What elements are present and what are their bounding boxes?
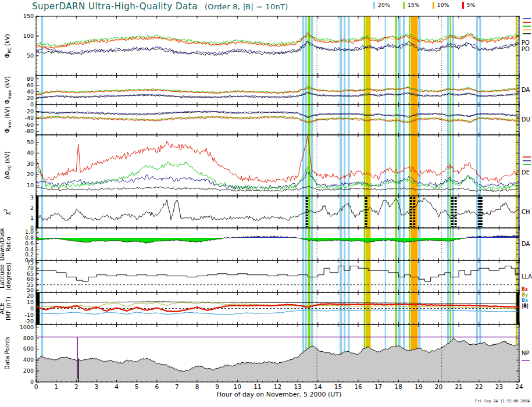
event-band-blue (340, 16, 342, 382)
y-tick-label: -60 (24, 122, 34, 128)
y-tick-label: 2 (30, 205, 34, 211)
y-tick-label: 0 (30, 379, 34, 385)
y-tick-label: 60 (27, 276, 34, 282)
y-tick-label: -80 (24, 128, 34, 134)
y-tick-label: 65 (27, 270, 34, 277)
y-tick-label: 200 (23, 367, 34, 374)
panel-ylabel: χ2 (3, 209, 10, 215)
imf-key-label: By (522, 292, 529, 298)
panel-data-points (36, 337, 519, 382)
legend-label-5pct: 5% (467, 2, 476, 8)
legend-item-5pct: 5% (462, 2, 476, 9)
right-panel-label: DE (522, 169, 530, 176)
legend-item-10pct: 10% (433, 2, 449, 9)
y-tick-label: 0.8 (25, 234, 34, 241)
x-tick-label: 13 (294, 383, 301, 390)
plot-timestamp: Fri Sep 24 11:55:08 2004 (475, 399, 530, 404)
panel-box-chi2 (36, 196, 519, 228)
panel-ylabel: ACE (0, 303, 5, 315)
event-band-gold (366, 16, 371, 382)
panel-ylabel: Φmin (kV) (4, 106, 12, 133)
x-tick-label: 11 (253, 383, 261, 390)
legend-swatch-15pct (403, 2, 405, 9)
event-band-blue (479, 16, 481, 382)
event-band-blue (398, 16, 401, 382)
y-tick-label: 60 (27, 82, 34, 88)
y-tick-label: 400 (23, 356, 34, 363)
ratio-fill-above (36, 235, 519, 238)
y-tick-label: 55 (27, 281, 34, 288)
event-band-orange (411, 16, 418, 382)
page-subtitle: (Order 8, |B| = 10nT) (205, 2, 288, 11)
panel-box-phi-max (36, 76, 519, 105)
y-tick-label: 0 (30, 305, 34, 312)
y-tick-label: -20 (24, 108, 34, 115)
dotted-guides (317, 16, 442, 382)
event-band-blue (403, 16, 405, 382)
event-band-blue (302, 16, 305, 382)
y-tick-label: 75 (27, 259, 34, 266)
right-panel-label: PO (522, 40, 530, 46)
panel-ylabel: Latitude (0, 265, 5, 288)
y-tick-label: 40 (27, 149, 34, 156)
y-tick-label: 0.2 (25, 251, 34, 258)
x-tick-label: 8 (195, 383, 199, 390)
event-band-green (308, 16, 310, 382)
y-tick-label: 70 (27, 265, 34, 271)
panel-box-latitude (36, 260, 519, 292)
y-tick-label: 1 (30, 215, 34, 221)
y-tick-label: 10 (27, 182, 34, 188)
y-tick-label: 20 (27, 95, 34, 101)
panel-ylabel: Ratio (5, 237, 12, 252)
right-panel-label: PO (522, 46, 530, 52)
chart-canvas: 50100150204060800-20-40-60-8010203040500… (0, 0, 532, 407)
x-axis-label: Hour of day on November, 5 2000 (UT) (169, 391, 390, 398)
x-tick-label: 14 (314, 383, 322, 390)
imf-key-label: Bx (522, 298, 529, 303)
x-tick-label: 17 (374, 383, 382, 390)
right-panel-label: LLA (522, 273, 532, 280)
y-tick-label: 0 (30, 101, 34, 108)
y-tick-label: 10 (27, 299, 34, 305)
series-red (36, 136, 519, 183)
y-tick-label: 20 (27, 171, 34, 177)
x-tick-label: 3 (95, 383, 99, 390)
right-panel-label: DU (522, 116, 530, 123)
panel-ylabel: Φmax (kV) (4, 76, 12, 104)
x-tick-label: 18 (395, 383, 402, 390)
panel-ylabel: (degrees) (5, 262, 12, 290)
panel-ylabel: Dawn/Dusk (0, 227, 5, 260)
panel-ace-imf (36, 292, 519, 324)
x-tick-label: 22 (475, 383, 483, 390)
panel-y-labels: ΦPC (kV)Φmax (kV)Φmin (kV)ΔΦPC (kV)χ2Daw… (0, 34, 12, 370)
x-tick-label: 12 (274, 383, 281, 390)
panel-box-dawn-dusk-ratio (36, 228, 519, 260)
panel-box-phi-min (36, 105, 519, 135)
event-band-blue (41, 16, 44, 382)
event-band-blue (447, 16, 449, 382)
event-band-blue (305, 16, 307, 382)
x-tick-label: 6 (155, 383, 159, 390)
x-tick-label: 16 (354, 383, 362, 390)
series-black (36, 186, 519, 191)
panel-box-dphi-pc (36, 135, 519, 196)
legend-swatch-5pct (462, 2, 464, 9)
event-band-blue (385, 16, 386, 382)
event-band-green (450, 16, 451, 382)
y-tick-label: 1.0 (25, 229, 34, 235)
panel-phi-max (36, 86, 519, 98)
panel-latitude (36, 266, 519, 285)
legend-item-15pct: 15% (403, 2, 420, 9)
series-orange (36, 35, 519, 48)
y-tick-label: 0.6 (25, 240, 34, 247)
event-band-blue (419, 16, 421, 382)
panel-phi-min (36, 111, 519, 123)
superdarn-plot-page: 50100150204060800-20-40-60-8010203040500… (0, 0, 532, 407)
event-bands (41, 16, 519, 382)
panel-ylabel: Data Points (4, 337, 10, 370)
event-band-blue (452, 16, 454, 382)
x-tick-label: 24 (515, 383, 523, 390)
event-band-blue (348, 16, 350, 382)
series-black-step (36, 266, 519, 282)
panel-dphi-pc (36, 136, 519, 192)
